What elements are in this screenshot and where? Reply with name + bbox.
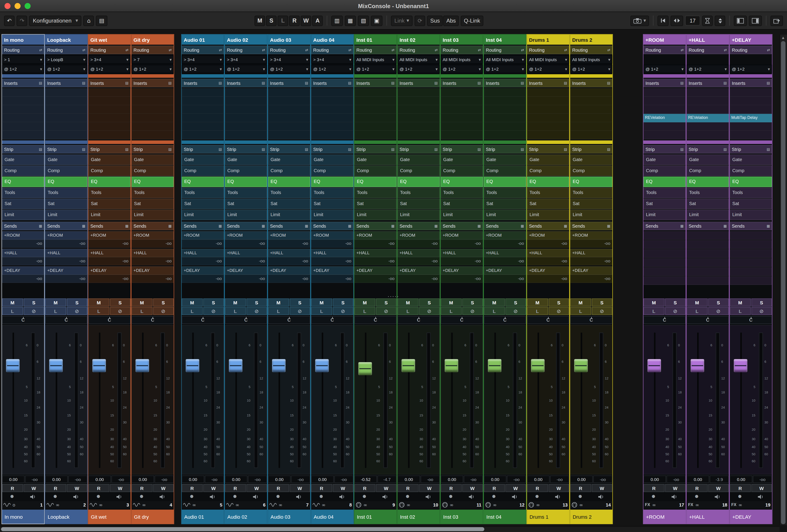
fader-cap[interactable] [92,359,106,372]
solo-button[interactable]: S [419,298,440,307]
pan-control[interactable]: C [268,316,310,324]
channel-header[interactable]: Inst 03 [441,35,483,44]
strip-module-tools[interactable]: Tools [225,187,267,198]
read-automation-button[interactable]: R [686,484,707,492]
insert-slot[interactable] [2,114,44,123]
insert-slot[interactable] [398,105,440,114]
insert-slot[interactable] [88,114,130,123]
write-automation-button[interactable]: W [67,484,87,492]
strip-rack-header[interactable]: Strip▤ [131,145,174,154]
sends-rack-header[interactable]: Sends▦ [355,222,397,230]
strip-module-limit[interactable]: Limit [45,209,87,220]
strip-rack-header[interactable]: Strip▤ [686,145,729,154]
insert-slot[interactable] [88,105,130,114]
channel-width-stepper[interactable] [715,15,725,26]
insert-slot[interactable] [355,105,397,114]
send-slot[interactable]: +DELAY [225,266,267,275]
strip-module-sat[interactable]: Sat [527,199,569,209]
insert-slot[interactable] [398,131,440,139]
sends-rack-header[interactable]: Sends▦ [182,222,224,230]
record-arm-icon[interactable]: ● [406,494,409,498]
channel-name-bar[interactable]: Audio 01 [182,510,224,524]
write-automation-button[interactable]: W [665,484,686,492]
strip-module-gate[interactable]: Gate [225,155,267,165]
fader-cap[interactable] [49,359,63,372]
strip-module-eq[interactable]: EQ [225,177,267,187]
solo-button[interactable]: S [462,298,483,307]
routing-rack-header[interactable]: Routing⇄ [2,46,44,54]
strip-module-sat[interactable]: Sat [441,199,483,209]
strip-module-sat[interactable]: Sat [484,199,526,209]
strip-module-sat[interactable]: Sat [686,199,729,209]
strip-module-gate[interactable]: Gate [45,155,87,165]
insert-slot[interactable] [643,97,686,105]
write-automation-button[interactable]: W [153,484,174,492]
strip-module-comp[interactable]: Comp [527,165,569,176]
send-level[interactable]: -oo [441,258,483,266]
insert-slot[interactable] [527,97,569,105]
insert-slot[interactable] [131,97,174,105]
send-slot[interactable]: +ROOM [88,231,130,240]
sends-rack-header[interactable]: Sends▦ [311,222,353,230]
strip-module-sat[interactable]: Sat [225,199,267,209]
solo-button[interactable]: S [592,298,612,307]
listen-button[interactable]: L [131,307,152,315]
record-arm-icon[interactable]: ● [233,494,237,498]
strip-module-sat[interactable]: Sat [268,199,310,209]
bypass-inserts-button[interactable]: ⊘ [548,307,569,315]
channel-name-bar[interactable]: Inst 01 [355,510,397,524]
send-slot[interactable]: +ROOM [225,231,267,240]
input-routing-select[interactable]: > 3+4▼ [88,55,130,64]
inserts-rack-header[interactable]: Inserts▤ [225,79,267,87]
send-level[interactable]: -oo [570,240,613,248]
send-slot[interactable] [686,276,729,285]
channel-header[interactable]: Git dry [131,35,174,44]
fader-value[interactable]: 0.00 [686,475,709,483]
strip-module-tools[interactable]: Tools [2,187,44,198]
send-level[interactable]: -oo [355,240,397,248]
pan-control[interactable]: C [2,316,44,324]
channel-name-bar[interactable]: Audio 04 [311,510,353,524]
send-slot[interactable]: +HALL [268,249,310,258]
insert-slot[interactable] [88,122,130,131]
output-routing-select[interactable]: @ 1+2▼ [730,65,772,73]
send-slot[interactable]: +ROOM [268,231,310,240]
strip-module-tools[interactable]: Tools [268,187,310,198]
record-arm-icon[interactable]: ● [535,494,539,498]
insert-slot[interactable] [643,105,686,114]
strip-module-comp[interactable]: Comp [398,165,440,176]
send-slot[interactable]: +DELAY [355,266,397,275]
strip-module-gate[interactable]: Gate [268,155,310,165]
fader-cap[interactable] [272,359,285,372]
input-routing-select[interactable]: > 3+4▼ [268,55,310,64]
strip-module-tools[interactable]: Tools [643,187,686,198]
strip-rack-header[interactable]: Strip▤ [527,145,569,154]
mute-button[interactable]: M [268,298,289,307]
send-slot[interactable] [730,240,772,249]
channel-name-bar[interactable]: Git wet [88,510,130,524]
strip-module-gate[interactable]: Gate [643,155,686,165]
strip-rack-header[interactable]: Strip▤ [643,145,686,154]
input-routing-select[interactable]: All MIDI Inputs▼ [398,55,440,64]
monitor-speaker-icon[interactable] [758,492,764,501]
peak-value[interactable]: -oo [507,475,526,483]
strip-module-tools[interactable]: Tools [88,187,130,198]
channel-filter-button[interactable] [702,15,713,26]
close-button[interactable] [4,3,10,9]
send-level[interactable]: -oo [182,275,224,283]
strip-module-sat[interactable]: Sat [45,199,87,209]
insert-slot[interactable] [730,122,772,131]
strip-module-eq[interactable]: EQ [88,177,130,187]
insert-slot[interactable] [441,97,483,105]
input-routing-select[interactable]: > 7▼ [131,55,174,64]
record-arm-icon[interactable]: ● [578,494,582,498]
send-level[interactable]: -oo [441,240,483,248]
output-routing-select[interactable]: @ 1+2▼ [182,65,224,73]
insert-slot[interactable] [182,97,224,105]
send-level[interactable]: -oo [88,275,130,283]
pan-control[interactable]: C [484,316,526,324]
pan-control[interactable]: C [88,316,130,324]
send-level[interactable]: -oo [484,275,526,283]
send-slot[interactable]: +ROOM [131,231,174,240]
strip-rack-header[interactable]: Strip▤ [88,145,130,154]
